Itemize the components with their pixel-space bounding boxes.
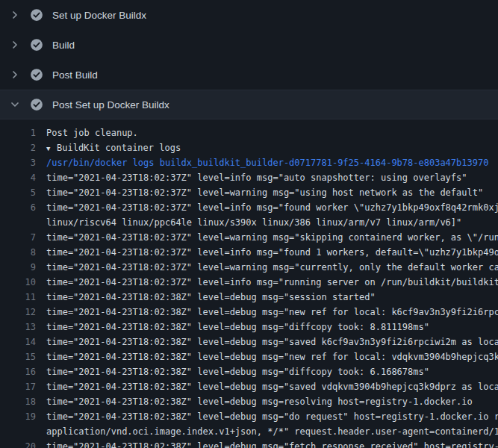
log-text: Post job cleanup.: [46, 125, 138, 140]
line-number[interactable]: 18: [0, 394, 36, 409]
log-text: time="2021-04-23T18:02:37Z" level=info m…: [46, 170, 467, 185]
log-line: 3/usr/bin/docker logs buildx_buildkit_bu…: [0, 155, 498, 170]
actions-log-viewer: Set up Docker Buildx Build Post Build Po…: [0, 0, 498, 448]
line-number[interactable]: 15: [0, 349, 36, 364]
log-line: 15time="2021-04-23T18:02:38Z" level=debu…: [0, 349, 498, 364]
line-number[interactable]: 14: [0, 335, 36, 349]
line-number[interactable]: 7: [0, 230, 36, 245]
log-text[interactable]: ▼BuildKit container logs: [46, 140, 181, 155]
log-line: 10time="2021-04-23T18:02:37Z" level=info…: [0, 275, 498, 290]
step-section-setup-docker-buildx[interactable]: Set up Docker Buildx: [0, 0, 498, 30]
log-line: 2▼BuildKit container logs: [0, 140, 498, 155]
step-title: Set up Docker Buildx: [52, 10, 146, 21]
line-number[interactable]: 1: [0, 125, 36, 140]
log-text: time="2021-04-23T18:02:38Z" level=debug …: [46, 409, 498, 424]
line-number[interactable]: 8: [0, 245, 36, 260]
log-line: 7time="2021-04-23T18:02:37Z" level=warni…: [0, 230, 498, 245]
line-number[interactable]: 16: [0, 364, 36, 379]
log-line-continuation: application/vnd.oci.image.index.v1+json,…: [0, 424, 498, 439]
line-number[interactable]: 11: [0, 290, 36, 305]
chevron-right-icon: [9, 69, 21, 81]
line-number[interactable]: 5: [0, 185, 36, 200]
line-number[interactable]: 6: [0, 200, 36, 215]
log-text: linux/riscv64 linux/ppc64le linux/s390x …: [46, 215, 461, 230]
log-text: time="2021-04-23T18:02:38Z" level=debug …: [46, 335, 498, 349]
log-line: 20time="2021-04-23T18:02:38Z" level=debu…: [0, 439, 498, 448]
group-title: BuildKit container logs: [57, 143, 181, 153]
step-section-post-setup-docker-buildx[interactable]: Post Set up Docker Buildx: [0, 90, 498, 119]
line-number[interactable]: 9: [0, 260, 36, 275]
log-text: time="2021-04-23T18:02:38Z" level=debug …: [46, 320, 429, 335]
log-line: 14time="2021-04-23T18:02:38Z" level=debu…: [0, 335, 498, 349]
chevron-down-icon: [9, 99, 21, 111]
line-number: [0, 424, 36, 439]
chevron-right-icon: [9, 9, 21, 21]
log-text: time="2021-04-23T18:02:37Z" level=info m…: [46, 275, 498, 290]
log-text: time="2021-04-23T18:02:38Z" level=debug …: [46, 394, 473, 409]
line-number[interactable]: 19: [0, 409, 36, 424]
log-line: 5time="2021-04-23T18:02:37Z" level=warni…: [0, 185, 498, 200]
log-line-continuation: linux/riscv64 linux/ppc64le linux/s390x …: [0, 215, 498, 230]
step-title: Build: [52, 40, 75, 51]
line-number[interactable]: 3: [0, 155, 36, 170]
log-line: 17time="2021-04-23T18:02:38Z" level=debu…: [0, 379, 498, 394]
log-line: 19time="2021-04-23T18:02:38Z" level=debu…: [0, 409, 498, 424]
chevron-right-icon: [9, 39, 21, 51]
step-section-build[interactable]: Build: [0, 30, 498, 60]
log-text: time="2021-04-23T18:02:37Z" level=info m…: [46, 200, 498, 215]
log-text: time="2021-04-23T18:02:38Z" level=debug …: [46, 439, 498, 448]
line-number[interactable]: 4: [0, 170, 36, 185]
log-text: time="2021-04-23T18:02:38Z" level=debug …: [46, 349, 498, 364]
line-number[interactable]: 20: [0, 439, 36, 448]
line-number[interactable]: 17: [0, 379, 36, 394]
log-line: 11time="2021-04-23T18:02:38Z" level=debu…: [0, 290, 498, 305]
log-command-text: /usr/bin/docker logs buildx_buildkit_bui…: [46, 155, 488, 170]
log-text: time="2021-04-23T18:02:37Z" level=warnin…: [46, 260, 498, 275]
line-number[interactable]: 13: [0, 320, 36, 335]
check-circle-icon: [30, 68, 43, 81]
log-text: time="2021-04-23T18:02:38Z" level=debug …: [46, 379, 498, 394]
log-line: 4time="2021-04-23T18:02:37Z" level=info …: [0, 170, 498, 185]
step-section-post-build[interactable]: Post Build: [0, 60, 498, 90]
line-number[interactable]: 2: [0, 140, 36, 155]
check-circle-icon: [30, 98, 43, 111]
log-line: 16time="2021-04-23T18:02:38Z" level=debu…: [0, 364, 498, 379]
check-circle-icon: [30, 8, 43, 22]
log-text: time="2021-04-23T18:02:38Z" level=debug …: [46, 305, 498, 320]
log-text: time="2021-04-23T18:02:37Z" level=info m…: [46, 245, 498, 260]
log-line: 1Post job cleanup.: [0, 125, 498, 140]
log-line: 12time="2021-04-23T18:02:38Z" level=debu…: [0, 305, 498, 320]
step-log-output: 1Post job cleanup.2▼BuildKit container l…: [0, 119, 498, 448]
log-text: application/vnd.oci.image.index.v1+json,…: [46, 424, 498, 439]
log-line: 13time="2021-04-23T18:02:38Z" level=debu…: [0, 320, 498, 335]
log-line: 8time="2021-04-23T18:02:37Z" level=info …: [0, 245, 498, 260]
log-line: 9time="2021-04-23T18:02:37Z" level=warni…: [0, 260, 498, 275]
check-circle-icon: [30, 38, 43, 52]
step-title: Post Build: [52, 69, 98, 81]
log-text: time="2021-04-23T18:02:37Z" level=warnin…: [46, 185, 483, 200]
log-line: 18time="2021-04-23T18:02:38Z" level=debu…: [0, 394, 498, 409]
line-number[interactable]: 10: [0, 275, 36, 290]
line-number[interactable]: 12: [0, 305, 36, 320]
line-number: [0, 215, 36, 230]
log-text: time="2021-04-23T18:02:38Z" level=debug …: [46, 290, 376, 305]
log-text: time="2021-04-23T18:02:37Z" level=warnin…: [46, 230, 498, 245]
log-line: 6time="2021-04-23T18:02:37Z" level=info …: [0, 200, 498, 215]
step-title: Post Set up Docker Buildx: [52, 99, 169, 111]
group-toggle-icon[interactable]: ▼: [46, 141, 57, 156]
log-text: time="2021-04-23T18:02:38Z" level=debug …: [46, 364, 429, 379]
